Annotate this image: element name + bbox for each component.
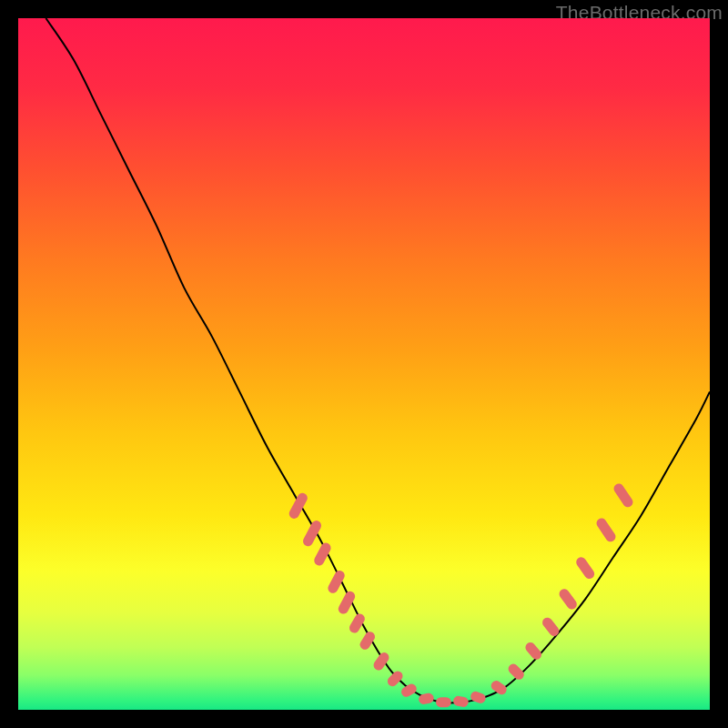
gradient-background	[18, 18, 710, 710]
chart-container: TheBottleneck.com	[0, 0, 728, 728]
svg-rect-11	[436, 697, 451, 707]
chart-svg	[18, 18, 710, 710]
plot-area	[18, 18, 710, 710]
